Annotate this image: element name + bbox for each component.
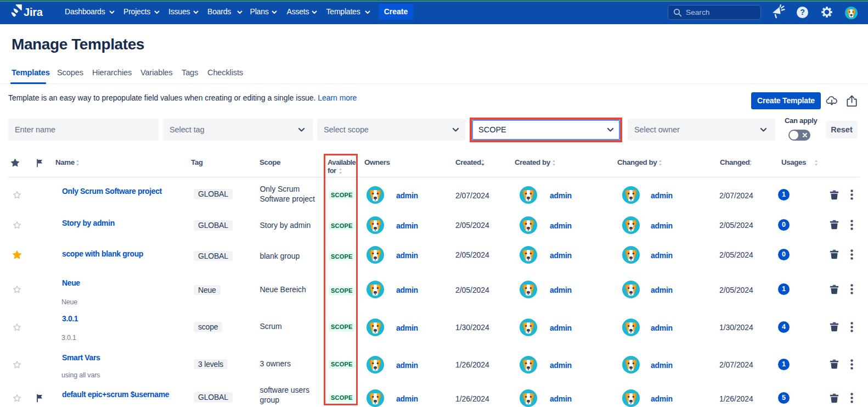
svg-text:?: ? xyxy=(800,8,805,16)
